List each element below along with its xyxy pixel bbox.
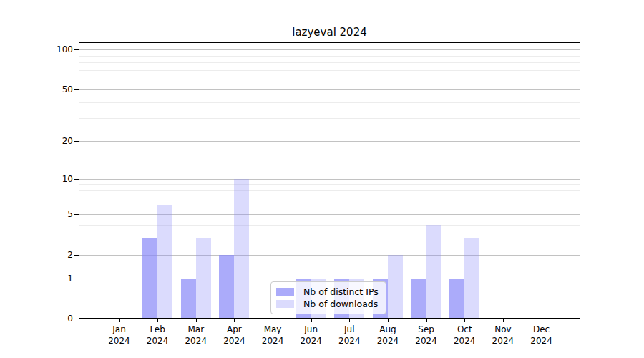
chart-title: lazyeval 2024 <box>79 26 580 39</box>
gridline-major <box>79 49 580 50</box>
x-tick-mark <box>234 319 235 322</box>
x-tick-label: Dec2024 <box>519 324 565 347</box>
bar-downloads <box>388 255 403 319</box>
gridline-minor <box>79 62 580 63</box>
chart-figure: lazyeval 2024 0125102050100 Jan2024Feb20… <box>0 0 644 358</box>
gridline-minor <box>79 184 580 185</box>
gridline-major <box>79 214 580 215</box>
y-tick-label: 50 <box>40 84 73 95</box>
bar-downloads <box>464 238 479 319</box>
gridline-minor <box>79 190 580 191</box>
x-tick-mark <box>542 319 542 322</box>
x-tick-mark <box>273 319 273 322</box>
bar-downloads <box>426 225 441 319</box>
x-tick-mark <box>311 319 312 322</box>
gridline-minor <box>79 102 580 103</box>
legend-label-downloads: Nb of downloads <box>303 299 378 309</box>
gridline-minor <box>79 79 580 79</box>
bar-distinct-ips <box>219 255 234 319</box>
bar-distinct-ips <box>411 279 426 319</box>
y-tick-label: 5 <box>40 209 73 219</box>
x-tick-mark <box>119 319 120 322</box>
gridline-minor <box>79 205 580 205</box>
bar-distinct-ips <box>142 238 157 319</box>
y-tick-label: 20 <box>40 136 73 146</box>
bar-downloads <box>234 179 249 319</box>
bar-downloads <box>157 205 172 319</box>
legend-label-distinct-ips: Nb of distinct IPs <box>303 286 379 297</box>
x-tick-mark <box>349 319 350 322</box>
gridline-minor <box>79 225 580 226</box>
legend-item-downloads: Nb of downloads <box>276 298 379 310</box>
legend: Nb of distinct IPs Nb of downloads <box>270 281 386 314</box>
plot-area <box>79 42 580 319</box>
y-tick-label: 1 <box>40 274 73 284</box>
legend-swatch-downloads-icon <box>276 300 294 308</box>
y-tick-mark <box>74 319 79 319</box>
x-tick-mark <box>157 319 158 322</box>
x-tick-mark <box>196 319 197 322</box>
gridline-minor <box>79 118 580 119</box>
gridline-minor <box>79 70 580 71</box>
gridline-minor <box>79 198 580 198</box>
gridline-major <box>79 179 580 180</box>
gridline-minor <box>79 56 580 57</box>
gridline-major <box>79 90 580 90</box>
x-tick-mark <box>503 319 504 322</box>
y-tick-label: 0 <box>40 314 73 324</box>
legend-item-distinct-ips: Nb of distinct IPs <box>276 286 379 298</box>
x-tick-mark <box>464 319 465 322</box>
y-tick-label: 2 <box>40 250 73 260</box>
x-tick-mark <box>426 319 427 322</box>
bar-downloads <box>196 238 211 319</box>
legend-swatch-distinct-ips-icon <box>276 288 294 296</box>
gridline-major <box>79 141 580 142</box>
bar-distinct-ips <box>449 279 464 319</box>
y-tick-label: 10 <box>40 174 73 184</box>
x-tick-month: Dec <box>519 324 565 335</box>
bar-distinct-ips <box>181 279 196 319</box>
x-tick-year: 2024 <box>519 335 565 347</box>
x-tick-mark <box>388 319 389 322</box>
y-tick-label: 100 <box>40 44 73 54</box>
